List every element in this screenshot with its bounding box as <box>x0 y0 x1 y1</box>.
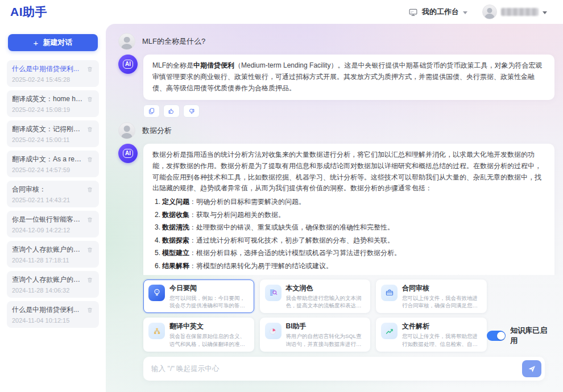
step-text: 将分析过程、结果和结论整理成报告，供决策者参考。数据分析在各个领域都有广泛的应用… <box>164 274 539 275</box>
knowledge-toggle[interactable] <box>487 331 506 341</box>
feature-card-icon-tile <box>381 323 398 339</box>
feature-card-desc: 我会旨在保留原始信息的含义、语气和风格，以确保翻译的准确性和自然流畅。 <box>169 332 249 348</box>
analysis-step: 2.数据收集：获取与分析问题相关的数据。 <box>155 210 545 220</box>
trash-icon[interactable] <box>86 216 94 224</box>
trash-icon[interactable] <box>86 186 94 194</box>
trash-icon[interactable] <box>86 246 94 254</box>
step-separator: ： <box>189 198 196 206</box>
conversation-title: 合同审核： <box>12 185 84 194</box>
step-label: 数据探索 <box>162 236 189 244</box>
user-avatar <box>482 5 497 19</box>
feature-card-desc: 将用户的自然语言转化为SQL查询语句，并直接与数据库进行交互，返回智能推荐的图表… <box>286 332 366 348</box>
feature-card-icon-tile <box>265 323 282 339</box>
step-separator: ： <box>189 249 196 257</box>
feature-card-title: BI助手 <box>286 322 366 331</box>
thumbs-up-button[interactable] <box>163 105 180 118</box>
knowledge-toggle-wrap: 知识库已启用 <box>487 326 555 346</box>
trash-icon[interactable] <box>86 126 94 134</box>
step-separator: ： <box>189 262 196 270</box>
step-text: 获取与分析问题相关的数据。 <box>196 211 285 219</box>
conversation-time: 2025-02-21 14:43:21 <box>12 197 94 203</box>
feature-card[interactable]: 翻译中英文 我会旨在保留原始信息的含义、语气和风格，以确保翻译的准确性和自然流畅… <box>143 318 254 352</box>
conversation-title: 查询个人存款账户的最新... <box>12 245 84 255</box>
document-polish-icon <box>268 287 278 298</box>
step-label: 数据收集 <box>162 211 189 219</box>
new-chat-button[interactable]: + 新建对话 <box>8 34 98 51</box>
conversation-item[interactable]: 什么是中期借贷便利... 2025-02-24 15:45:28 <box>7 60 99 87</box>
workspace-label: 我的工作台 <box>422 7 459 17</box>
step-text: 根据分析目标，选择合适的统计模型或机器学习算法进行数据分析。 <box>196 249 401 257</box>
step-text: 处理数据中的错误、重复或缺失值，确保数据的准确性和完整性。 <box>196 223 394 231</box>
trash-icon[interactable] <box>86 306 94 314</box>
conversation-title: 翻译成中文：As a reader... <box>12 155 84 164</box>
step-label: 结果解释 <box>162 262 189 270</box>
feature-card[interactable]: 今日要闻 您可以问我，例如：今日要闻，我会尽力提供准确和可靠的答案。 <box>143 280 254 314</box>
trend-chart-icon <box>384 326 395 336</box>
copy-icon <box>147 107 156 115</box>
conversation-item[interactable]: 查询个人存款账户的最新... 2024-11-28 14:06:32 <box>7 271 99 298</box>
analysis-step: 7.报告撰写：将分析过程、结果和结论整理成报告，供决策者参考。数据分析在各个领域… <box>155 273 545 275</box>
plus-icon: + <box>34 38 39 48</box>
conversation-item[interactable]: 什么是中期借贷便利... 2024-11-04 10:12:15 <box>7 301 99 328</box>
bottom-row: 今日要闻 您可以问我，例如：今日要闻，我会尽力提供准确和可靠的答案。 <box>143 280 554 352</box>
thumbs-down-button[interactable] <box>183 105 200 118</box>
knowledge-toggle-label: 知识库已启用 <box>510 326 554 346</box>
step-text: 将模型的结果转化为易于理解的结论或建议。 <box>196 262 333 270</box>
step-number: 7. <box>155 274 160 275</box>
user-message-text: 数据分析 <box>142 126 172 136</box>
trash-icon[interactable] <box>86 156 94 164</box>
feature-card-desc: 我会帮助您进行您输入的文本润色，提高文本的流畅度和表达效果。 <box>286 294 366 310</box>
message-input[interactable] <box>151 365 522 373</box>
feature-card[interactable]: 文件解析 您可以上传文件，我将帮助您进行如数据处理、信息检索、自动化办公等。 <box>376 318 487 352</box>
trash-icon[interactable] <box>86 95 94 103</box>
copy-button[interactable] <box>143 105 160 118</box>
header-right: 我的工作台 <box>408 5 547 19</box>
ai-message-row: AI MLF的全称是中期借贷便利（Medium-term Lending Fac… <box>118 55 554 100</box>
send-button[interactable] <box>522 360 541 377</box>
feature-card[interactable]: 本文润色 我会帮助您进行您输入的文本润色，提高文本的流畅度和表达效果。 <box>260 280 371 314</box>
conversation-item[interactable]: 翻译成英文：home home 2025-02-24 15:08:19 <box>7 90 99 117</box>
answer-bold-text: 中期借贷便利 <box>193 61 234 69</box>
answer-text: MLF的全称是 <box>152 61 193 69</box>
ai-avatar-label: AI <box>123 149 133 158</box>
conversation-item[interactable]: 翻译成中文：As a reader... 2025-02-24 14:57:59 <box>7 151 99 177</box>
feature-card-grid: 今日要闻 您可以问我，例如：今日要闻，我会尽力提供准确和可靠的答案。 <box>143 280 487 352</box>
step-label: 定义问题 <box>162 198 189 206</box>
feature-card-icon-tile <box>148 285 165 301</box>
ai-message-row: AI 数据分析是指用适当的统计分析方法对收集来的大量数据进行分析，将它们加以汇总… <box>118 144 554 275</box>
conversation-time: 2025-02-24 15:00:11 <box>12 136 94 143</box>
workspace-menu[interactable]: 我的工作台 <box>408 7 467 17</box>
conversation-item[interactable]: 合同审核： 2025-02-21 14:43:21 <box>7 181 99 207</box>
step-label: 模型建立 <box>162 249 189 257</box>
trash-icon[interactable] <box>86 65 94 73</box>
user-message-text: MLF的全称是什么? <box>142 36 205 47</box>
step-separator: ： <box>189 236 196 244</box>
thumbs-down-icon <box>187 107 196 115</box>
step-separator: ： <box>189 223 196 231</box>
conversation-title: 什么是中期借贷便利... <box>12 305 84 315</box>
conversation-item[interactable]: 你是一位银行智能客服，... 2024-12-09 14:22:12 <box>7 211 99 237</box>
thumbs-up-icon <box>167 107 176 115</box>
step-number: 1. <box>155 198 160 206</box>
trash-icon[interactable] <box>86 276 94 284</box>
feature-card-title: 合同审核 <box>402 283 482 293</box>
monitor-icon <box>408 7 418 17</box>
composer <box>143 357 545 381</box>
feature-card[interactable]: 合同审核 您可以上传文件，我会有效地进行合同审核，确保合同满足您的业务需求。 <box>376 280 487 314</box>
conversation-time: 2024-12-09 14:22:12 <box>12 227 94 233</box>
feature-card-icon-tile <box>148 323 165 339</box>
conversation-item[interactable]: 查询个人存款账户的最新... 2024-11-28 17:18:11 <box>7 241 99 268</box>
conversation-title: 查询个人存款账户的最新... <box>12 275 84 285</box>
step-number: 3. <box>155 223 160 231</box>
feature-card[interactable]: BI助手 将用户的自然语言转化为SQL查询语句，并直接与数据库进行交互，返回智能… <box>260 318 371 352</box>
analysis-steps: 1.定义问题：明确分析的目标和需要解决的问题。 2.数据收集：获取与分析问题相关… <box>152 197 545 274</box>
conversation-item[interactable]: 翻译成英文：记得刚开始... 2025-02-24 15:00:11 <box>7 120 99 147</box>
user-menu[interactable] <box>482 5 547 19</box>
new-chat-label: 新建对话 <box>43 37 72 48</box>
ai-answer-card: MLF的全称是中期借贷便利（Medium-term Lending Facili… <box>143 55 554 100</box>
user-avatar <box>118 33 135 50</box>
feature-card-title: 文件解析 <box>402 322 482 331</box>
feature-card-icon-tile <box>381 285 398 301</box>
chevron-down-icon <box>543 11 547 14</box>
feature-card-desc: 您可以问我，例如：今日要闻，我会尽力提供准确和可靠的答案。 <box>169 294 249 310</box>
